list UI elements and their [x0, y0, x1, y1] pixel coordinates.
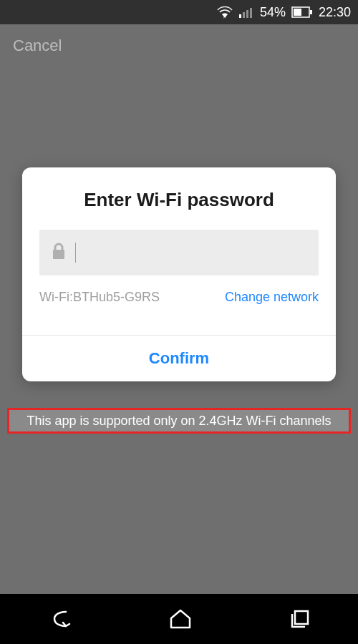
- network-row: Wi-Fi:BTHub5-G9RS Change network: [39, 290, 319, 305]
- page-header: Cancel: [0, 24, 358, 67]
- support-note-highlight: This app is supported only on 2.4GHz Wi-…: [7, 408, 351, 434]
- svg-rect-1: [239, 14, 241, 18]
- screen: ↑↓ 54% 22:30 Cancel Enter Wi-: [0, 0, 358, 644]
- lock-icon: [51, 242, 67, 263]
- dialog-body: Wi-Fi:BTHub5-G9RS Change network: [22, 230, 336, 319]
- cancel-button[interactable]: Cancel: [13, 36, 62, 55]
- svg-rect-9: [295, 611, 308, 624]
- status-bar: ↑↓ 54% 22:30: [0, 0, 358, 24]
- svg-rect-4: [250, 8, 252, 18]
- svg-rect-2: [243, 12, 245, 18]
- password-input[interactable]: [39, 230, 319, 275]
- wifi-ssid: BTHub5-G9RS: [73, 290, 160, 304]
- wifi-name: Wi-Fi:BTHub5-G9RS: [39, 290, 160, 305]
- confirm-row: Confirm: [22, 336, 336, 381]
- battery-percent: 54%: [260, 5, 286, 20]
- svg-text:↑↓: ↑↓: [223, 16, 226, 19]
- clock: 22:30: [319, 5, 351, 20]
- wifi-prefix: Wi-Fi:: [39, 290, 73, 304]
- recent-apps-icon: [288, 608, 311, 630]
- svg-rect-7: [310, 10, 312, 14]
- text-caret: [75, 243, 76, 263]
- svg-rect-8: [53, 250, 64, 259]
- confirm-button[interactable]: Confirm: [149, 349, 209, 368]
- recent-apps-button[interactable]: [288, 608, 311, 630]
- wifi-icon: ↑↓: [217, 6, 233, 19]
- home-icon: [168, 608, 193, 630]
- change-network-link[interactable]: Change network: [225, 290, 319, 305]
- back-icon: [47, 608, 73, 630]
- svg-rect-6: [294, 9, 301, 16]
- back-button[interactable]: [47, 608, 73, 630]
- dialog-title: Enter Wi-Fi password: [22, 167, 336, 230]
- cell-signal-icon: [238, 6, 254, 19]
- svg-rect-3: [246, 10, 248, 18]
- home-button[interactable]: [168, 608, 193, 630]
- support-note-text: This app is supported only on 2.4GHz Wi-…: [26, 414, 331, 429]
- wifi-password-dialog: Enter Wi-Fi password Wi-Fi:BTHub5-G9RS C…: [22, 167, 336, 381]
- battery-icon: [291, 6, 313, 18]
- system-nav-bar: [0, 594, 358, 644]
